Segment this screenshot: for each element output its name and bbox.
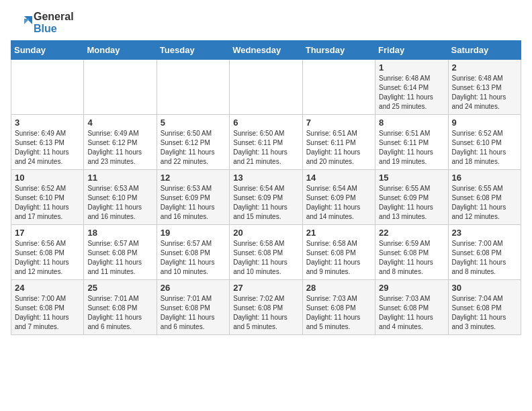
day-cell: 4Sunrise: 6:49 AMSunset: 6:12 PMDaylight… — [84, 115, 157, 170]
day-info: Sunrise: 6:55 AMSunset: 6:09 PMDaylight:… — [379, 184, 444, 222]
day-info: Sunrise: 6:48 AMSunset: 6:13 PMDaylight:… — [452, 74, 517, 111]
day-cell: 18Sunrise: 6:57 AMSunset: 6:08 PMDayligh… — [84, 225, 157, 280]
day-cell: 29Sunrise: 7:03 AMSunset: 6:08 PMDayligh… — [375, 280, 448, 335]
logo: General Blue — [11, 11, 74, 35]
day-number: 27 — [233, 283, 298, 293]
day-info: Sunrise: 6:51 AMSunset: 6:11 PMDaylight:… — [379, 129, 444, 167]
col-header-tuesday: Tuesday — [157, 41, 229, 60]
day-number: 7 — [306, 118, 371, 128]
day-cell: 16Sunrise: 6:55 AMSunset: 6:08 PMDayligh… — [448, 170, 521, 225]
day-number: 26 — [161, 283, 226, 293]
day-cell: 23Sunrise: 7:00 AMSunset: 6:08 PMDayligh… — [448, 225, 521, 280]
day-number: 13 — [233, 173, 298, 183]
day-info: Sunrise: 6:56 AMSunset: 6:08 PMDaylight:… — [15, 239, 80, 277]
day-cell: 28Sunrise: 7:03 AMSunset: 6:08 PMDayligh… — [302, 280, 375, 335]
day-cell: 27Sunrise: 7:02 AMSunset: 6:08 PMDayligh… — [230, 280, 302, 335]
logo-general-text: General — [34, 11, 74, 22]
day-number: 30 — [452, 283, 517, 293]
day-cell: 24Sunrise: 7:00 AMSunset: 6:08 PMDayligh… — [11, 280, 84, 335]
col-header-friday: Friday — [375, 41, 448, 60]
day-info: Sunrise: 6:58 AMSunset: 6:08 PMDaylight:… — [233, 239, 298, 277]
calendar-table: SundayMondayTuesdayWednesdayThursdayFrid… — [11, 40, 521, 335]
day-number: 20 — [233, 228, 298, 238]
day-info: Sunrise: 7:04 AMSunset: 6:08 PMDaylight:… — [452, 294, 517, 332]
day-number: 19 — [161, 228, 226, 238]
day-cell: 7Sunrise: 6:51 AMSunset: 6:11 PMDaylight… — [302, 115, 375, 170]
day-cell: 30Sunrise: 7:04 AMSunset: 6:08 PMDayligh… — [448, 280, 521, 335]
day-number: 11 — [87, 173, 152, 183]
day-cell: 17Sunrise: 6:56 AMSunset: 6:08 PMDayligh… — [11, 225, 84, 280]
day-info: Sunrise: 6:48 AMSunset: 6:14 PMDaylight:… — [379, 74, 444, 111]
day-cell — [157, 60, 229, 115]
day-info: Sunrise: 6:55 AMSunset: 6:08 PMDaylight:… — [452, 184, 517, 222]
day-cell: 11Sunrise: 6:53 AMSunset: 6:10 PMDayligh… — [84, 170, 157, 225]
day-number: 15 — [379, 173, 444, 183]
col-header-saturday: Saturday — [448, 41, 521, 60]
week-row-2: 3Sunrise: 6:49 AMSunset: 6:13 PMDaylight… — [11, 115, 521, 170]
day-cell: 15Sunrise: 6:55 AMSunset: 6:09 PMDayligh… — [375, 170, 448, 225]
day-info: Sunrise: 6:50 AMSunset: 6:11 PMDaylight:… — [233, 129, 298, 167]
logo-container: General Blue — [11, 11, 74, 35]
day-info: Sunrise: 6:59 AMSunset: 6:08 PMDaylight:… — [379, 239, 444, 277]
col-header-wednesday: Wednesday — [230, 41, 302, 60]
day-number: 18 — [87, 228, 152, 238]
day-info: Sunrise: 7:01 AMSunset: 6:08 PMDaylight:… — [161, 294, 226, 332]
day-info: Sunrise: 6:52 AMSunset: 6:10 PMDaylight:… — [15, 184, 80, 222]
col-header-sunday: Sunday — [11, 41, 84, 60]
header-row: SundayMondayTuesdayWednesdayThursdayFrid… — [11, 41, 521, 60]
day-cell: 8Sunrise: 6:51 AMSunset: 6:11 PMDaylight… — [375, 115, 448, 170]
day-info: Sunrise: 7:01 AMSunset: 6:08 PMDaylight:… — [87, 294, 152, 332]
day-number: 1 — [379, 62, 444, 73]
day-cell: 13Sunrise: 6:54 AMSunset: 6:09 PMDayligh… — [230, 170, 302, 225]
day-cell — [11, 60, 84, 115]
day-number: 2 — [452, 62, 517, 73]
day-cell — [302, 60, 375, 115]
day-cell: 21Sunrise: 6:58 AMSunset: 6:08 PMDayligh… — [302, 225, 375, 280]
week-row-5: 24Sunrise: 7:00 AMSunset: 6:08 PMDayligh… — [11, 280, 521, 335]
day-number: 3 — [15, 118, 80, 128]
week-row-3: 10Sunrise: 6:52 AMSunset: 6:10 PMDayligh… — [11, 170, 521, 225]
day-cell: 25Sunrise: 7:01 AMSunset: 6:08 PMDayligh… — [84, 280, 157, 335]
day-cell: 6Sunrise: 6:50 AMSunset: 6:11 PMDaylight… — [230, 115, 302, 170]
day-number: 22 — [379, 228, 444, 238]
day-cell: 3Sunrise: 6:49 AMSunset: 6:13 PMDaylight… — [11, 115, 84, 170]
col-header-monday: Monday — [84, 41, 157, 60]
col-header-thursday: Thursday — [302, 41, 375, 60]
day-cell: 2Sunrise: 6:48 AMSunset: 6:13 PMDaylight… — [448, 60, 521, 115]
day-info: Sunrise: 6:53 AMSunset: 6:09 PMDaylight:… — [161, 184, 226, 222]
day-number: 14 — [306, 173, 371, 183]
day-number: 17 — [15, 228, 80, 238]
day-cell: 9Sunrise: 6:52 AMSunset: 6:10 PMDaylight… — [448, 115, 521, 170]
day-info: Sunrise: 7:00 AMSunset: 6:08 PMDaylight:… — [452, 239, 517, 277]
week-row-1: 1Sunrise: 6:48 AMSunset: 6:14 PMDaylight… — [11, 60, 521, 115]
day-info: Sunrise: 6:58 AMSunset: 6:08 PMDaylight:… — [306, 239, 371, 277]
day-info: Sunrise: 6:52 AMSunset: 6:10 PMDaylight:… — [452, 129, 517, 167]
day-info: Sunrise: 6:54 AMSunset: 6:09 PMDaylight:… — [233, 184, 298, 222]
day-cell: 12Sunrise: 6:53 AMSunset: 6:09 PMDayligh… — [157, 170, 229, 225]
day-number: 28 — [306, 283, 371, 293]
day-cell — [84, 60, 157, 115]
day-cell: 22Sunrise: 6:59 AMSunset: 6:08 PMDayligh… — [375, 225, 448, 280]
day-info: Sunrise: 6:57 AMSunset: 6:08 PMDaylight:… — [87, 239, 152, 277]
day-info: Sunrise: 6:53 AMSunset: 6:10 PMDaylight:… — [87, 184, 152, 222]
day-number: 8 — [379, 118, 444, 128]
day-number: 5 — [161, 118, 226, 128]
day-number: 10 — [15, 173, 80, 183]
day-number: 21 — [306, 228, 371, 238]
day-info: Sunrise: 7:02 AMSunset: 6:08 PMDaylight:… — [233, 294, 298, 332]
day-number: 23 — [452, 228, 517, 238]
day-info: Sunrise: 7:03 AMSunset: 6:08 PMDaylight:… — [379, 294, 444, 332]
day-cell: 10Sunrise: 6:52 AMSunset: 6:10 PMDayligh… — [11, 170, 84, 225]
day-cell — [230, 60, 302, 115]
day-info: Sunrise: 6:50 AMSunset: 6:12 PMDaylight:… — [161, 129, 226, 167]
day-number: 12 — [161, 173, 226, 183]
header: General Blue — [11, 11, 521, 35]
week-row-4: 17Sunrise: 6:56 AMSunset: 6:08 PMDayligh… — [11, 225, 521, 280]
day-info: Sunrise: 6:51 AMSunset: 6:11 PMDaylight:… — [306, 129, 371, 167]
day-number: 6 — [233, 118, 298, 128]
svg-marker-1 — [24, 19, 30, 24]
day-number: 29 — [379, 283, 444, 293]
day-number: 4 — [87, 118, 152, 128]
day-cell: 1Sunrise: 6:48 AMSunset: 6:14 PMDaylight… — [375, 60, 448, 115]
day-info: Sunrise: 7:03 AMSunset: 6:08 PMDaylight:… — [306, 294, 371, 332]
